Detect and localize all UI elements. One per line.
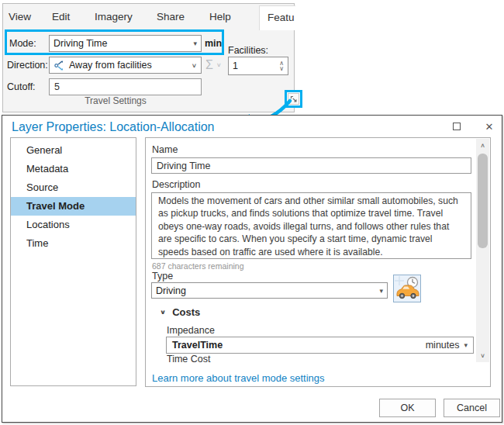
sidebar-item-time[interactable]: Time — [11, 234, 136, 253]
sidebar-item-general[interactable]: General — [11, 141, 136, 160]
ribbon-tab-imagery[interactable]: Imagery — [95, 11, 133, 22]
spinner-down-icon[interactable]: ∨ — [279, 66, 284, 71]
sidebar-item-travel-mode[interactable]: Travel Mode — [11, 197, 136, 216]
ribbon-tab-share[interactable]: Share — [157, 11, 185, 22]
scrollbar-thumb[interactable] — [478, 154, 488, 248]
chevron-down-icon: ∨ — [192, 62, 197, 69]
ribbon-group-label: Travel Settings — [3, 95, 228, 106]
impedance-value: TravelTime — [172, 340, 223, 351]
dialog-title: Layer Properties: Location-Allocation — [12, 120, 214, 134]
scroll-down-icon[interactable]: ∨ — [476, 350, 489, 361]
cutoff-input[interactable] — [49, 78, 202, 95]
cutoff-label: Cutoff: — [7, 81, 36, 92]
direction-label: Direction: — [7, 60, 48, 71]
sidebar-item-metadata[interactable]: Metadata — [11, 160, 136, 178]
dropdown-arrow-icon: ▾ — [379, 287, 383, 295]
dialog-sidebar: General Metadata Source Travel Mode Loca… — [10, 137, 136, 386]
vertical-scrollbar[interactable]: ∧ ∨ — [476, 139, 489, 362]
maximize-button[interactable] — [446, 118, 468, 135]
scroll-up-icon[interactable]: ∧ — [476, 140, 489, 150]
dialog-launcher-button[interactable] — [288, 93, 299, 105]
chars-remaining-text: 687 characters remaining — [152, 261, 243, 271]
ribbon-tab-edit[interactable]: Edit — [52, 11, 70, 22]
driving-time-mode-button[interactable] — [393, 275, 421, 302]
layer-properties-dialog: Layer Properties: Location-Allocation ✕ … — [2, 115, 502, 423]
description-textarea[interactable]: Models the movement of cars and other si… — [151, 192, 471, 259]
facilities-spinner[interactable]: 1 ∧ ∨ — [228, 57, 288, 75]
ribbon: View Edit Imagery Share Help Featu Mode:… — [2, 3, 295, 112]
time-cost-label: Time Cost — [167, 354, 211, 362]
facilities-value: 1 — [233, 60, 238, 71]
mode-label: Mode: — [9, 38, 36, 49]
direction-combobox[interactable]: Away from facilities ∨ — [49, 57, 202, 74]
dropdown-arrow-icon: ▾ — [193, 40, 197, 47]
ribbon-tab-view[interactable]: View — [9, 11, 31, 22]
dropdown-arrow-icon: ▾ — [464, 341, 468, 349]
close-icon: ✕ — [485, 121, 494, 133]
dialog-launcher-icon — [290, 95, 298, 103]
type-combobox[interactable]: Driving ▾ — [151, 282, 388, 299]
impedance-unit-value: minutes — [426, 340, 460, 351]
mode-combobox-value: Driving Time — [54, 38, 107, 49]
sigma-icon: Σ — [205, 58, 213, 72]
type-combobox-value: Driving — [156, 285, 186, 296]
ribbon-tab-features-active[interactable]: Featu — [259, 5, 295, 30]
sidebar-item-locations[interactable]: Locations — [11, 216, 136, 234]
mode-unit-label: min — [205, 38, 222, 49]
cancel-button[interactable]: Cancel — [444, 399, 500, 417]
name-input[interactable] — [151, 157, 471, 174]
impedance-label: Impedance — [167, 325, 215, 336]
impedance-combobox[interactable]: TravelTime minutes ▾ — [166, 337, 474, 354]
direction-combobox-value: Away from facilities — [69, 60, 152, 71]
costs-section-header[interactable]: ∨ Costs — [160, 306, 200, 318]
car-clock-icon — [394, 275, 420, 302]
dialog-launcher-highlight-box — [285, 90, 302, 108]
learn-more-link[interactable]: Learn more about travel mode settings — [152, 372, 325, 384]
maximize-icon — [453, 123, 461, 130]
close-button[interactable]: ✕ — [478, 118, 500, 135]
chevron-down-icon: ∨ — [216, 62, 222, 68]
facilities-label: Facilities: — [228, 45, 268, 56]
name-label: Name — [152, 144, 178, 155]
ribbon-tab-help[interactable]: Help — [209, 11, 231, 22]
away-from-facilities-icon — [54, 60, 65, 71]
travel-mode-scroll-viewport: Name Description Models the movement of … — [147, 139, 477, 362]
description-label: Description — [152, 179, 201, 190]
travel-mode-panel: Name Description Models the movement of … — [145, 137, 491, 387]
ok-button[interactable]: OK — [379, 399, 436, 417]
costs-section-label: Costs — [172, 306, 200, 318]
screenshot-root: View Edit Imagery Share Help Featu Mode:… — [0, 0, 504, 425]
type-label: Type — [152, 271, 173, 282]
chevron-down-icon: ∨ — [160, 309, 166, 316]
sidebar-item-source[interactable]: Source — [11, 178, 136, 197]
mode-combobox[interactable]: Driving Time ▾ — [49, 35, 202, 52]
